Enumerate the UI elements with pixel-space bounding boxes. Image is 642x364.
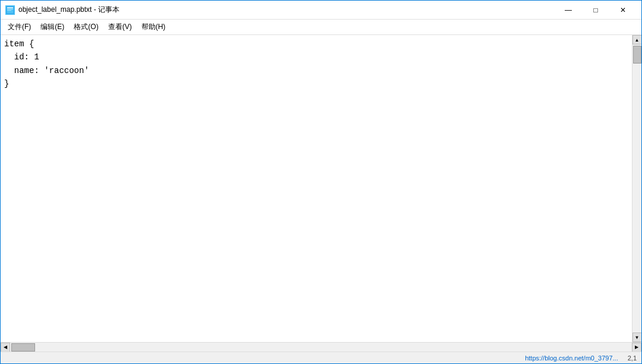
scroll-down-arrow[interactable]: ▼	[632, 333, 642, 342]
scroll-left-arrow[interactable]: ◀	[1, 343, 10, 352]
title-bar: object_label_map.pbtxt - 记事本 — □ ✕	[1, 1, 641, 20]
notepad-window: object_label_map.pbtxt - 记事本 — □ ✕ 文件(F)…	[0, 0, 642, 364]
scroll-up-arrow[interactable]: ▲	[632, 35, 642, 45]
cursor-position: 2,1	[628, 354, 637, 362]
close-button[interactable]: ✕	[609, 1, 637, 20]
menu-bar: 文件(F) 编辑(E) 格式(O) 查看(V) 帮助(H)	[1, 20, 641, 35]
scroll-track-h[interactable]	[10, 343, 632, 352]
window-controls: — □ ✕	[555, 1, 637, 20]
editor-area: item { id: 1 name: 'raccoon' } ▲ ▼	[1, 35, 641, 342]
status-bar: https://blog.csdn.net/m0_3797... 2,1	[1, 352, 641, 363]
menu-edit[interactable]: 编辑(E)	[36, 21, 69, 34]
minimize-button[interactable]: —	[555, 1, 582, 20]
editor-textarea[interactable]: item { id: 1 name: 'raccoon' }	[1, 35, 632, 342]
menu-format[interactable]: 格式(O)	[69, 21, 103, 34]
scroll-thumb-v[interactable]	[633, 46, 641, 64]
scroll-right-arrow[interactable]: ▶	[632, 343, 641, 352]
svg-rect-1	[7, 7, 13, 8]
vertical-scrollbar[interactable]: ▲ ▼	[632, 35, 641, 342]
scroll-thumb-h[interactable]	[11, 343, 35, 352]
window-title: object_label_map.pbtxt - 记事本	[18, 5, 555, 15]
menu-help[interactable]: 帮助(H)	[137, 21, 171, 34]
horizontal-scrollbar[interactable]: ◀ ▶	[1, 342, 641, 352]
menu-file[interactable]: 文件(F)	[3, 21, 36, 34]
status-url: https://blog.csdn.net/m0_3797...	[525, 354, 618, 362]
menu-view[interactable]: 查看(V)	[103, 21, 137, 34]
maximize-button[interactable]: □	[582, 1, 609, 20]
scroll-track-v[interactable]	[632, 45, 641, 333]
svg-rect-2	[7, 9, 13, 10]
svg-rect-3	[7, 10, 11, 11]
app-icon	[5, 5, 15, 15]
